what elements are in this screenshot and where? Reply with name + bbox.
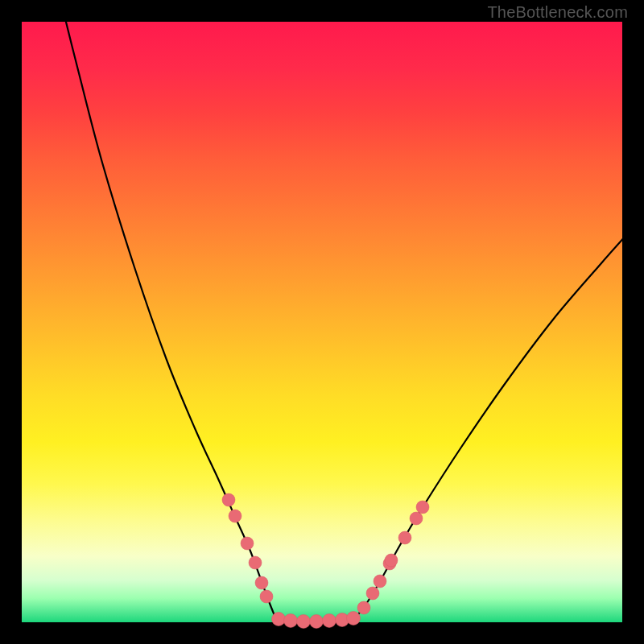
curve-path: [58, 0, 634, 621]
attribution-text: TheBottleneck.com: [487, 3, 628, 22]
data-point: [241, 537, 254, 550]
bottleneck-curve: [22, 22, 622, 622]
data-markers: [222, 493, 429, 629]
chart-frame: TheBottleneck.com: [0, 0, 644, 644]
data-point: [398, 531, 411, 544]
data-point: [323, 614, 336, 628]
data-point: [255, 576, 268, 589]
data-point: [347, 612, 361, 625]
data-point: [222, 493, 235, 506]
data-point: [229, 510, 242, 522]
data-point: [249, 556, 262, 569]
data-point: [357, 601, 370, 614]
data-point: [284, 614, 298, 628]
data-point: [416, 501, 429, 514]
data-point: [272, 613, 286, 626]
data-point: [385, 554, 398, 567]
data-point: [297, 615, 311, 629]
data-point: [260, 590, 273, 603]
data-point: [310, 615, 324, 629]
data-point: [366, 587, 379, 600]
data-point: [410, 512, 423, 525]
data-point: [374, 575, 386, 588]
